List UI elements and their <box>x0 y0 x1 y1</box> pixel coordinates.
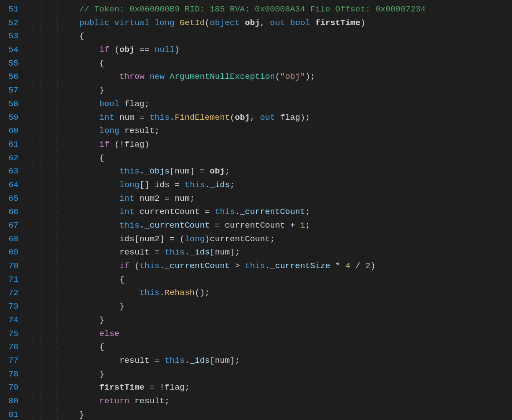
code-line[interactable]: this._currentCount = currentCount + 1; <box>79 219 512 232</box>
line-number[interactable]: 76 <box>0 340 26 354</box>
code-token: "obj" <box>280 72 305 81</box>
line-number[interactable]: 68 <box>0 232 26 246</box>
code-line[interactable]: { <box>79 57 512 70</box>
indent-guide-row <box>26 273 79 287</box>
code-token: currentCount <box>140 207 200 217</box>
line-number[interactable]: 55 <box>0 57 26 70</box>
code-line[interactable]: { <box>79 273 512 287</box>
code-token <box>165 72 169 81</box>
line-number[interactable]: 61 <box>0 138 26 151</box>
line-number[interactable]: 72 <box>0 286 26 300</box>
line-number[interactable]: 74 <box>0 313 26 327</box>
code-token: flag <box>165 383 185 392</box>
code-editor[interactable]: 5152535455565758596061626364656667686970… <box>0 0 512 420</box>
code-token <box>129 396 134 406</box>
code-line[interactable]: { <box>79 340 512 354</box>
code-line[interactable]: } <box>79 313 512 327</box>
code-area[interactable]: // Token: 0x060000B9 RID: 185 RVA: 0x000… <box>79 0 512 420</box>
code-line[interactable]: } <box>79 300 512 313</box>
line-number[interactable]: 78 <box>0 368 26 381</box>
code-token: bool <box>99 99 120 109</box>
code-token: obj <box>245 18 260 28</box>
code-line[interactable]: bool flag; <box>79 97 512 111</box>
code-token: GetId <box>180 18 205 28</box>
code-line[interactable]: { <box>79 151 512 165</box>
line-number[interactable]: 58 <box>0 97 26 111</box>
code-token: ( <box>109 45 119 55</box>
line-number[interactable]: 66 <box>0 205 26 219</box>
code-line[interactable]: int num = this.FindElement(obj, out flag… <box>79 111 512 125</box>
line-number[interactable]: 75 <box>0 327 26 341</box>
code-line[interactable]: { <box>79 29 512 43</box>
line-number[interactable]: 69 <box>0 246 26 259</box>
indent-guide-row <box>26 354 79 368</box>
code-token: / <box>350 261 365 271</box>
code-token: int <box>119 194 134 203</box>
code-token: this <box>119 221 140 230</box>
line-number[interactable]: 64 <box>0 178 26 192</box>
code-token: num <box>215 356 230 365</box>
code-token: out <box>270 18 285 28</box>
code-line[interactable]: if (this._currentCount > this._currentSi… <box>79 259 512 273</box>
line-number[interactable]: 57 <box>0 84 26 97</box>
code-line[interactable]: result = this._ids[num]; <box>79 246 512 259</box>
code-line[interactable]: // Token: 0x060000B9 RID: 185 RVA: 0x000… <box>79 3 512 16</box>
code-line[interactable]: long[] ids = this._ids; <box>79 178 512 192</box>
line-number[interactable]: 67 <box>0 219 26 232</box>
code-line[interactable]: } <box>79 408 512 420</box>
line-number[interactable]: 56 <box>0 70 26 84</box>
code-token: int <box>99 113 114 122</box>
line-number[interactable]: 80 <box>0 394 26 408</box>
code-line[interactable]: int currentCount = this._currentCount; <box>79 205 512 219</box>
code-line[interactable]: result = this._ids[num]; <box>79 354 512 368</box>
code-line[interactable]: firstTime = !flag; <box>79 381 512 394</box>
code-line[interactable]: if (obj == null) <box>79 43 512 57</box>
line-number[interactable]: 81 <box>0 408 26 420</box>
indent-guide-row <box>26 313 79 327</box>
code-token: ] = ( <box>159 234 184 244</box>
code-token: { <box>99 153 104 163</box>
code-line[interactable]: throw new ArgumentNullException("obj"); <box>79 70 512 84</box>
code-token: result <box>119 356 149 365</box>
code-line[interactable]: else <box>79 327 512 341</box>
code-line[interactable]: public virtual long GetId(object obj, ou… <box>79 16 512 30</box>
indent-guide-row <box>26 178 79 192</box>
line-number[interactable]: 65 <box>0 192 26 206</box>
code-token: . <box>159 288 164 298</box>
line-number[interactable]: 63 <box>0 165 26 178</box>
code-line[interactable]: } <box>79 368 512 381</box>
line-number[interactable]: 70 <box>0 259 26 273</box>
code-token: firstTime <box>99 383 145 392</box>
line-number[interactable]: 54 <box>0 43 26 57</box>
line-number-gutter[interactable]: 5152535455565758596061626364656667686970… <box>0 0 26 420</box>
code-token: (! <box>109 140 124 149</box>
code-token: 1 <box>300 221 305 230</box>
code-line[interactable]: if (!flag) <box>79 138 512 151</box>
code-token: // Token: 0x060000B9 RID: 185 RVA: 0x000… <box>79 4 426 14</box>
code-token: = <box>150 356 165 365</box>
line-number[interactable]: 51 <box>0 3 26 16</box>
line-number[interactable]: 53 <box>0 29 26 43</box>
line-number[interactable]: 59 <box>0 111 26 125</box>
code-token: long <box>155 18 175 28</box>
code-line[interactable]: ids[num2] = (long)currentCount; <box>79 232 512 246</box>
code-line[interactable]: long result; <box>79 124 512 138</box>
code-line[interactable]: this.Rehash(); <box>79 286 512 300</box>
code-token: 2 <box>365 261 370 271</box>
line-number[interactable]: 77 <box>0 354 26 368</box>
code-line[interactable]: this._objs[num] = obj; <box>79 165 512 178</box>
code-line[interactable]: } <box>79 84 512 97</box>
code-token: ]; <box>230 247 240 257</box>
line-number[interactable]: 79 <box>0 381 26 394</box>
code-token: _ids <box>210 180 230 190</box>
code-line[interactable]: return result; <box>79 394 512 408</box>
line-number[interactable]: 71 <box>0 273 26 287</box>
line-number[interactable]: 62 <box>0 151 26 165</box>
code-line[interactable]: int num2 = num; <box>79 192 512 206</box>
code-token: Rehash <box>165 288 195 298</box>
line-number[interactable]: 52 <box>0 16 26 30</box>
line-number[interactable]: 73 <box>0 300 26 313</box>
code-token: obj <box>119 45 134 55</box>
code-token: (); <box>195 288 210 298</box>
line-number[interactable]: 60 <box>0 124 26 138</box>
